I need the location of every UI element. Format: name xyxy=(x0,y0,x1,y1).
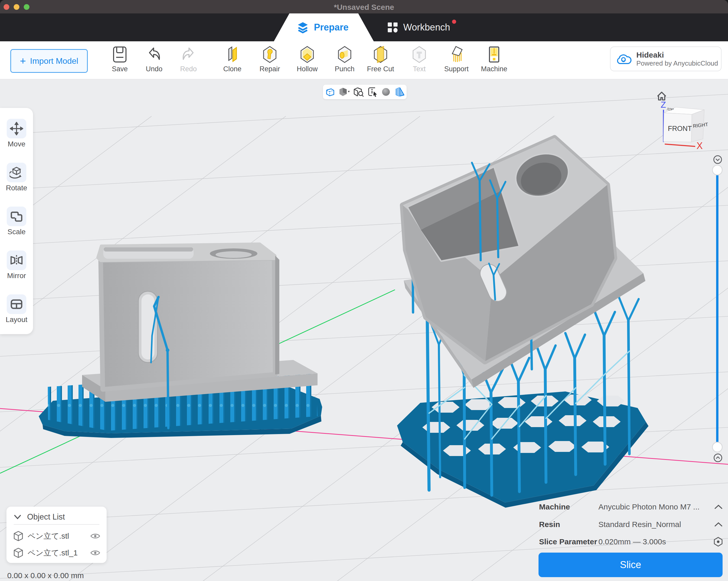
machine-icon xyxy=(486,46,502,63)
window-title: *Unsaved Scene xyxy=(0,3,728,11)
mode-tab-bar: Prepare Workbench xyxy=(0,14,728,41)
text-icon xyxy=(411,46,427,63)
account-badge[interactable]: Hideaki Powered by AnycubicCloud xyxy=(610,47,722,71)
matcap-sphere-icon[interactable] xyxy=(381,87,391,97)
visibility-eye-icon[interactable] xyxy=(90,549,100,556)
sidebar-item-move[interactable]: Move xyxy=(0,119,33,148)
free-cut-icon xyxy=(372,46,389,63)
machine-value: Anycubic Photon Mono M7 ... xyxy=(598,503,714,511)
anycubic-cloud-icon xyxy=(616,53,632,65)
account-subtitle: Powered by AnycubicCloud xyxy=(636,59,718,68)
undo-icon xyxy=(146,46,162,63)
free-cut-button[interactable]: Free Cut xyxy=(364,46,397,73)
slice-parameter-label: Slice Parameter xyxy=(539,537,598,546)
object-list-row[interactable]: ペン立て.stl xyxy=(14,530,100,542)
save-icon xyxy=(111,46,128,63)
viewport-toolbar xyxy=(323,85,407,99)
window-titlebar: *Unsaved Scene xyxy=(0,0,728,14)
prepare-layers-icon xyxy=(297,21,309,33)
text-button[interactable]: Text xyxy=(403,46,436,73)
scale-icon xyxy=(10,210,23,223)
import-model-button[interactable]: + Import Model xyxy=(10,49,88,73)
slice-parameter-value: 0.020mm — 3.000s xyxy=(598,537,713,546)
undo-button[interactable]: Undo xyxy=(137,46,171,73)
chevron-up-icon[interactable] xyxy=(714,522,723,527)
hollow-button[interactable]: Hollow xyxy=(291,46,324,73)
redo-button[interactable]: Redo xyxy=(172,46,205,73)
hollow-icon xyxy=(299,46,315,63)
chevron-up-icon[interactable] xyxy=(714,504,723,510)
wireframe-view-icon[interactable] xyxy=(325,87,335,97)
support-icon xyxy=(448,46,465,63)
machine-button[interactable]: Machine xyxy=(477,46,511,73)
object-list-row[interactable]: ペン立て.stl_1 xyxy=(14,547,100,558)
import-model-label: Import Model xyxy=(30,56,78,66)
repair-button[interactable]: Repair xyxy=(253,46,286,73)
sidebar-item-layout[interactable]: Layout xyxy=(0,294,33,324)
right-model[interactable] xyxy=(397,138,649,508)
selection-dimensions: 0.00 x 0.00 x 0.00 mm xyxy=(7,571,84,580)
machine-setting-row[interactable]: Machine Anycubic Photon Mono M7 ... xyxy=(539,501,723,512)
layer-slider-track[interactable] xyxy=(716,170,719,447)
rotate-icon xyxy=(9,166,24,179)
save-button[interactable]: Save xyxy=(103,46,136,73)
repair-icon xyxy=(261,46,278,63)
resin-label: Resin xyxy=(539,520,598,529)
slice-preview-icon[interactable] xyxy=(394,87,405,97)
model-info-icon[interactable] xyxy=(367,87,378,97)
divider xyxy=(14,524,99,525)
clone-icon xyxy=(224,46,241,63)
x-axis-label: X xyxy=(697,141,703,151)
main-toolbar: + Import Model Save Undo Redo Clone xyxy=(0,41,728,79)
collapse-chevron-icon[interactable] xyxy=(14,514,21,520)
machine-label: Machine xyxy=(539,503,598,511)
visibility-eye-icon[interactable] xyxy=(90,532,100,540)
slice-parameter-row[interactable]: Slice Parameter 0.020mm — 3.000s xyxy=(539,536,723,548)
inspect-model-icon[interactable] xyxy=(353,87,364,97)
tab-prepare[interactable]: Prepare xyxy=(267,14,378,41)
redo-icon xyxy=(180,46,197,63)
object-list-panel: Object List ペン立て.stl ペン立て.stl_1 xyxy=(6,507,107,563)
tab-workbench-label: Workbench xyxy=(403,22,450,33)
mirror-icon xyxy=(9,254,24,267)
sidebar-item-scale[interactable]: Scale xyxy=(0,207,33,236)
shaded-view-icon[interactable] xyxy=(338,87,350,97)
view-cube-front-label[interactable]: FRONT xyxy=(668,125,692,132)
sidebar-item-mirror[interactable]: Mirror xyxy=(0,251,33,280)
home-view-icon[interactable] xyxy=(657,92,666,100)
punch-button[interactable]: Punch xyxy=(328,46,361,73)
mesh-cube-icon xyxy=(14,531,23,541)
move-icon xyxy=(10,122,23,135)
plus-icon: + xyxy=(20,55,26,67)
punch-icon xyxy=(336,46,353,63)
resin-setting-row[interactable]: Resin Standard Resin_Normal xyxy=(539,519,723,530)
slice-button-label: Slice xyxy=(620,559,641,571)
sidebar-item-rotate[interactable]: Rotate xyxy=(0,163,33,192)
object-name: ペン立て.stl xyxy=(28,531,85,541)
slider-collapse-icon[interactable] xyxy=(713,155,722,164)
mesh-cube-icon xyxy=(14,548,23,558)
slider-expand-icon[interactable] xyxy=(713,453,723,462)
workbench-grid-icon xyxy=(387,22,398,33)
tab-workbench[interactable]: Workbench xyxy=(380,14,458,41)
transform-sidebar: Move Rotate Scale Mirror Layout xyxy=(0,108,33,334)
object-name: ペン立て.stl_1 xyxy=(28,548,85,558)
support-button[interactable]: Support xyxy=(440,46,473,73)
view-cube-widget[interactable]: Z X FRONT RIGHT TOP xyxy=(654,86,719,151)
parameter-settings-icon[interactable] xyxy=(713,537,723,547)
z-axis-label: Z xyxy=(660,100,666,109)
object-list-title: Object List xyxy=(27,512,65,522)
slice-button[interactable]: Slice xyxy=(539,553,723,577)
layer-slider-knob-top[interactable] xyxy=(712,165,723,175)
account-name: Hideaki xyxy=(636,51,718,59)
workbench-notification-dot xyxy=(452,20,456,24)
view-cube[interactable]: FRONT RIGHT TOP xyxy=(664,107,709,142)
clone-button[interactable]: Clone xyxy=(216,46,249,73)
tab-prepare-label: Prepare xyxy=(314,22,348,33)
layer-slider-knob-bottom[interactable] xyxy=(712,442,723,452)
resin-value: Standard Resin_Normal xyxy=(598,520,714,529)
layout-icon xyxy=(10,298,23,311)
